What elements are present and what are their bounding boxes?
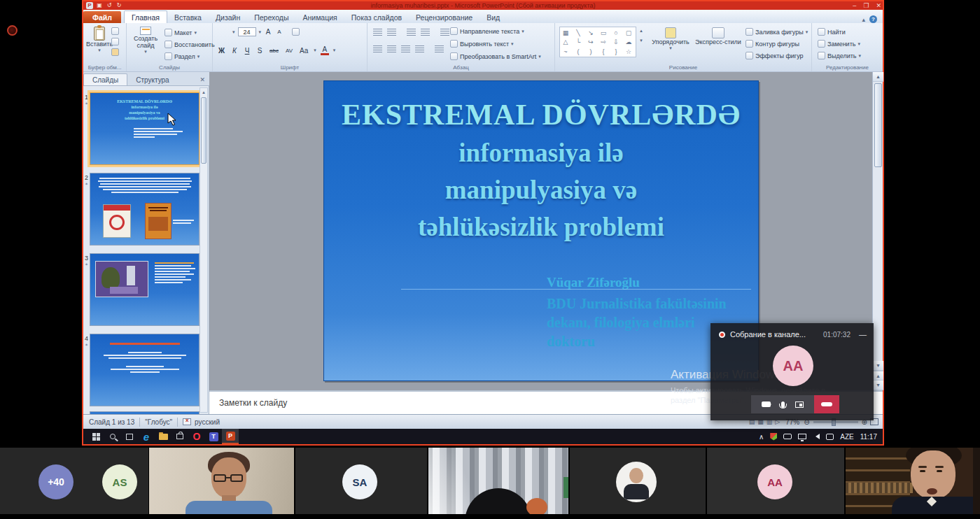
taskbar-search-button[interactable] <box>104 429 121 444</box>
mic-toggle-icon[interactable] <box>781 401 785 408</box>
file-explorer-button[interactable] <box>155 429 172 444</box>
numbering-icon[interactable] <box>387 29 396 36</box>
meeting-minimize-button[interactable]: — <box>859 330 867 339</box>
participant-avatar-sa[interactable]: SA <box>342 464 377 499</box>
opera-button[interactable]: O <box>188 429 205 444</box>
align-text-button[interactable]: Выровнять текст▾ <box>450 40 514 48</box>
collapse-ribbon-icon[interactable]: ▴ <box>862 16 865 23</box>
font-size-input[interactable]: 24 <box>238 27 256 36</box>
shape-arrow-line-icon[interactable]: ↘ <box>585 29 596 37</box>
bold-button[interactable]: Ж <box>217 47 226 55</box>
notifications-tray-icon[interactable] <box>826 434 834 440</box>
participant-video-man-glasses[interactable] <box>149 448 294 514</box>
replace-button[interactable]: Заменить▾ <box>818 40 860 48</box>
redo-icon[interactable]: ↻ <box>115 2 122 9</box>
shape-scribble-icon[interactable]: ~ <box>560 48 571 56</box>
cut-icon[interactable] <box>111 27 119 35</box>
scroll-up-icon[interactable]: ▲ <box>873 72 883 82</box>
hang-up-button[interactable] <box>814 395 839 413</box>
undo-icon[interactable]: ↺ <box>106 2 113 9</box>
shape-fill-button[interactable]: Заливка фигуры▾ <box>746 28 808 36</box>
shapes-gallery[interactable]: ▦ ╲ ↘ ▭ ○ ▢ △ └ ↪ ⇨ ⇩ ☁ ~ ( ) { } ☆ <box>559 27 636 57</box>
font-color-button[interactable]: А <box>321 45 329 55</box>
next-slide-button[interactable]: ▼ <box>873 381 883 390</box>
keyboard-language[interactable]: AZE <box>840 433 853 441</box>
slide-thumbnail-4[interactable] <box>90 334 200 406</box>
tab-view[interactable]: Вид <box>479 11 507 23</box>
tab-insert[interactable]: Вставка <box>167 11 209 23</box>
save-icon[interactable]: ▣ <box>96 2 103 9</box>
format-painter-icon[interactable] <box>111 48 119 56</box>
shape-arc2-icon[interactable]: ) <box>585 48 596 56</box>
section-button[interactable]: Раздел▾ <box>164 52 200 60</box>
arrange-button[interactable]: Упорядочить▾ <box>650 27 691 51</box>
store-button[interactable] <box>172 429 188 444</box>
shape-elbow-icon[interactable]: └ <box>573 38 584 46</box>
increase-indent-icon[interactable] <box>421 29 430 36</box>
camera-toggle-icon[interactable] <box>762 401 771 407</box>
shapes-scroll-down-icon[interactable]: ▼ <box>638 36 645 45</box>
task-view-button[interactable] <box>121 429 138 444</box>
new-slide-button[interactable]: Создать слайд ▾ <box>130 27 162 55</box>
grow-font-button[interactable]: А <box>264 28 272 36</box>
tab-animations[interactable]: Анимация <box>295 11 344 23</box>
panel-close-icon[interactable]: ✕ <box>200 76 209 85</box>
panel-scrollbar[interactable]: ▲ <box>200 87 208 413</box>
volume-tray-icon[interactable] <box>813 434 820 439</box>
tab-transitions[interactable]: Переходы <box>247 11 295 23</box>
tab-slideshow[interactable]: Показ слайдов <box>344 11 409 23</box>
shape-arrow-right-icon[interactable]: ⇨ <box>598 38 609 46</box>
tab-file[interactable]: Файл <box>83 11 121 23</box>
panel-scroll-thumb[interactable] <box>201 97 206 164</box>
tab-design[interactable]: Дизайн <box>209 11 247 23</box>
shape-outline-button[interactable]: Контур фигуры <box>746 40 799 48</box>
paste-button[interactable]: Вставить▾ <box>86 27 113 53</box>
character-spacing-button[interactable]: AV <box>284 48 294 54</box>
bullets-icon[interactable] <box>373 29 382 36</box>
current-slide[interactable]: EKSTREMAL DÖVRLƏRDƏ informasiya ilə mani… <box>323 80 759 381</box>
align-left-icon[interactable] <box>373 45 382 52</box>
tray-chevron-icon[interactable]: ∧ <box>759 433 764 441</box>
participant-photo-avatar[interactable] <box>616 462 657 502</box>
shape-rounded-rect-icon[interactable]: ▢ <box>623 29 634 37</box>
shadow-button[interactable]: S <box>255 47 264 55</box>
overflow-participants-badge[interactable]: +40 <box>38 464 74 499</box>
strikethrough-button[interactable]: abc <box>268 48 280 54</box>
align-center-icon[interactable] <box>387 45 396 52</box>
shapes-scroll-up-icon[interactable]: ▲ <box>638 27 645 35</box>
shape-brace-left-icon[interactable]: { <box>598 48 609 56</box>
edge-button[interactable]: e <box>138 429 155 444</box>
justify-icon[interactable] <box>415 45 424 52</box>
shape-line-icon[interactable]: ╲ <box>573 29 584 37</box>
decrease-indent-icon[interactable] <box>407 29 416 36</box>
shape-oval-icon[interactable]: ○ <box>610 29 622 37</box>
slide-thumbnail-3[interactable] <box>90 253 200 326</box>
help-icon[interactable]: ? <box>869 15 877 23</box>
columns-icon[interactable] <box>435 45 444 52</box>
screen-share-icon[interactable] <box>795 401 804 408</box>
reset-button[interactable]: Восстановить <box>164 41 215 48</box>
shape-arrow-down-icon[interactable]: ⇩ <box>610 38 622 46</box>
slide-thumbnail-2[interactable] <box>90 173 200 246</box>
shape-brace-right-icon[interactable]: } <box>610 48 622 56</box>
find-button[interactable]: Найти <box>818 28 846 36</box>
tab-outline[interactable]: Структура <box>127 74 177 85</box>
select-button[interactable]: Выделить▾ <box>818 52 861 59</box>
shape-effects-button[interactable]: Эффекты фигур <box>746 52 804 59</box>
shape-star-icon[interactable]: ☆ <box>623 48 634 56</box>
clear-formatting-icon[interactable] <box>292 28 300 36</box>
zoom-slider[interactable] <box>813 421 858 423</box>
tab-review[interactable]: Рецензирование <box>409 11 479 23</box>
spellcheck-icon[interactable] <box>183 418 191 425</box>
shrink-font-button[interactable]: А <box>275 29 284 35</box>
shape-rectangle-icon[interactable]: ▭ <box>598 29 609 37</box>
slide-scrollbar[interactable]: ▲ ▼ ▲ ▼ <box>872 72 883 390</box>
line-spacing-icon[interactable] <box>440 29 449 36</box>
shape-arc-icon[interactable]: ( <box>573 48 584 56</box>
meeting-mini-window[interactable]: Собрание в канале... 01:07:32 — AA <box>710 323 874 420</box>
participant-video-speaker[interactable] <box>846 448 980 514</box>
participant-avatar-as[interactable]: AS <box>102 464 137 499</box>
quick-access-toolbar[interactable]: P ▣ ↺ ↻ <box>86 2 122 9</box>
theme-name[interactable]: "Глобус" <box>145 418 172 426</box>
shape-image-icon[interactable]: ▦ <box>560 29 571 37</box>
